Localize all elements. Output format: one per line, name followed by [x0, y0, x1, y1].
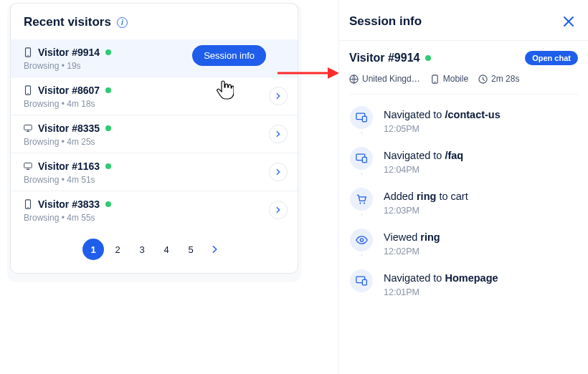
page-button-5[interactable]: 5 — [180, 239, 201, 260]
timeline-title: Navigated to /faq — [384, 150, 463, 161]
timeline-item: Navigated to /contact-us12:05PM — [349, 106, 578, 147]
panel-header: Recent visitors i — [11, 4, 298, 39]
callout-arrow-icon — [276, 64, 341, 82]
visitor-info: Visitor #9914 Open chat United Kingd… Mo… — [339, 41, 588, 95]
status-dot-icon — [105, 201, 111, 207]
timeline-title: Viewed ring — [384, 231, 440, 243]
visitor-list: Visitor #9914Browsing • 19sSession infoV… — [11, 39, 298, 229]
svg-rect-14 — [362, 116, 366, 122]
eye-icon — [350, 229, 373, 251]
close-icon[interactable] — [562, 15, 575, 28]
status-dot-icon — [105, 163, 111, 169]
visitor-name-label: Visitor #9914 — [349, 52, 419, 64]
nav-icon — [350, 269, 373, 292]
timeline-connector — [361, 254, 362, 256]
mobile-icon — [24, 47, 32, 58]
svg-point-3 — [27, 93, 28, 94]
visitor-row[interactable]: Visitor #3833Browsing • 4m 55s — [11, 191, 298, 229]
svg-rect-21 — [362, 279, 366, 285]
svg-point-7 — [27, 207, 28, 208]
visitor-status-label: Browsing • 4m 55s — [24, 213, 285, 223]
visitor-meta: United Kingd… Mobile 2m 28s — [349, 65, 578, 95]
visitor-id-label: Visitor #9914 — [38, 47, 100, 58]
visitor-name: Visitor #9914 — [349, 52, 431, 64]
page-button-3[interactable]: 3 — [131, 239, 153, 260]
svg-rect-4 — [24, 125, 32, 130]
meta-country-label: United Kingd… — [362, 74, 420, 84]
nav-icon — [350, 106, 373, 129]
expand-visitor-button[interactable] — [269, 163, 288, 181]
timeline-time: 12:04PM — [384, 165, 463, 175]
visitor-row[interactable]: Visitor #8335Browsing • 4m 25s — [11, 115, 298, 153]
visitor-id-label: Visitor #3833 — [38, 198, 100, 210]
timeline-time: 12:05PM — [384, 124, 501, 134]
meta-duration-label: 2m 28s — [491, 74, 519, 84]
page-next-button[interactable] — [204, 239, 226, 260]
timeline-title: Navigated to /contact-us — [384, 109, 501, 120]
timeline-connector — [361, 173, 362, 175]
expand-visitor-button[interactable] — [269, 201, 288, 219]
svg-point-17 — [359, 203, 361, 204]
visitor-row[interactable]: Visitor #8607Browsing • 4m 18s — [11, 77, 298, 115]
nav-icon — [350, 147, 373, 170]
desktop-icon — [24, 123, 32, 134]
session-info-panel: Session info Visitor #9914 Open chat Uni… — [338, 0, 588, 374]
svg-rect-16 — [362, 157, 366, 163]
page-button-1[interactable]: 1 — [82, 239, 104, 260]
visitor-id-label: Visitor #8607 — [38, 85, 100, 96]
recent-visitors-card: Recent visitors i Visitor #9914Browsing … — [10, 3, 298, 274]
timeline-title: Added ring to cart — [384, 191, 468, 202]
pagination: 12345 — [11, 229, 298, 273]
open-chat-button[interactable]: Open chat — [525, 51, 578, 65]
status-dot-icon — [105, 125, 111, 131]
session-info-header: Session info — [339, 0, 588, 40]
visitor-status-label: Browsing • 4m 51s — [24, 175, 285, 185]
svg-point-1 — [27, 55, 28, 56]
timeline-time: 12:02PM — [384, 246, 440, 256]
mobile-icon — [24, 198, 32, 210]
visitor-status-label: Browsing • 4m 25s — [24, 137, 285, 147]
svg-point-19 — [360, 239, 363, 241]
expand-visitor-button[interactable] — [269, 87, 288, 105]
timeline-connector — [361, 214, 362, 216]
timeline-time: 12:03PM — [384, 206, 468, 216]
timeline-item: Added ring to cart12:03PM — [349, 188, 578, 229]
activity-timeline: Navigated to /contact-us12:05PMNavigated… — [339, 95, 588, 310]
timeline-item: Navigated to /faq12:04PM — [349, 147, 578, 188]
visitor-row[interactable]: Visitor #1163Browsing • 4m 51s — [11, 153, 298, 191]
page-button-4[interactable]: 4 — [156, 239, 177, 260]
desktop-icon — [24, 160, 32, 172]
status-dot-icon — [105, 49, 111, 55]
session-info-button[interactable]: Session info — [192, 45, 266, 66]
timeline-title: Navigated to Homepage — [384, 272, 498, 284]
visitor-row[interactable]: Visitor #9914Browsing • 19sSession info — [11, 39, 298, 77]
visitor-status-label: Browsing • 4m 18s — [24, 99, 285, 109]
timeline-connector — [361, 132, 362, 134]
session-info-title: Session info — [349, 14, 422, 29]
timeline-item: Navigated to Homepage12:01PM — [349, 269, 578, 310]
timeline-time: 12:01PM — [384, 287, 498, 297]
svg-rect-5 — [24, 163, 32, 168]
meta-country: United Kingd… — [349, 74, 420, 84]
status-dot-icon — [105, 87, 111, 93]
mobile-icon — [24, 85, 32, 96]
visitor-id-label: Visitor #1163 — [38, 160, 100, 172]
svg-point-11 — [434, 81, 435, 82]
meta-duration: 2m 28s — [478, 74, 519, 84]
status-dot-icon — [425, 55, 431, 61]
meta-device: Mobile — [430, 74, 468, 84]
cart-icon — [350, 188, 373, 211]
page-button-2[interactable]: 2 — [107, 239, 128, 260]
svg-point-18 — [364, 203, 365, 204]
recent-visitors-panel: Recent visitors i Visitor #9914Browsing … — [7, 3, 301, 282]
panel-title: Recent visitors — [24, 15, 111, 29]
expand-visitor-button[interactable] — [269, 125, 288, 143]
timeline-item: Viewed ring12:02PM — [349, 229, 578, 269]
visitor-id-label: Visitor #8335 — [38, 123, 100, 134]
info-icon[interactable]: i — [117, 17, 128, 28]
meta-device-label: Mobile — [443, 74, 468, 84]
